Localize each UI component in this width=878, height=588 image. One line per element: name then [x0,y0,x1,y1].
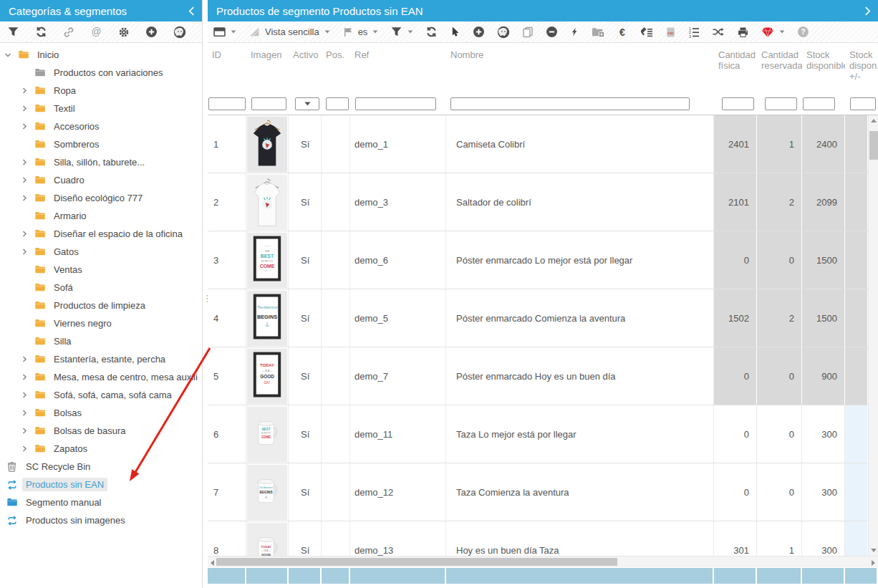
chevron-right-icon[interactable] [20,409,34,418]
filter-active-select[interactable] [295,97,319,110]
cell-ref[interactable]: demo_7 [350,347,446,405]
select-cursor-button[interactable] [450,26,460,37]
add-circle-button[interactable] [473,26,485,38]
vertical-scrollbar[interactable] [868,115,878,556]
chevron-right-icon[interactable] [20,391,34,400]
chevron-down-icon[interactable] [407,30,413,34]
product-row-7[interactable]: 7The AdventureBEGINS⚓Sídemo_12Taza Comie… [208,463,868,521]
splitter-handle-icon[interactable]: ⋮ [203,297,208,301]
tree-item-productos-de-limpieza[interactable]: Productos de limpieza [0,297,202,314]
collapse-panel-icon[interactable] [188,6,195,16]
column-header-image[interactable]: Imagen [246,43,289,93]
duplicate-page-button[interactable] [522,26,534,38]
refresh-icon[interactable] [425,26,438,38]
scroll-right-icon[interactable] [872,560,876,566]
chevron-right-icon[interactable] [20,355,34,364]
product-image[interactable]: BESTIS YET TOCOME [246,405,289,463]
horizontal-scroll-thumb[interactable] [216,558,617,566]
remove-circle-button[interactable] [546,26,558,38]
product-image[interactable] [246,173,289,231]
expand-panel-icon[interactable] [864,6,871,16]
column-header-qty_reserved[interactable]: Cantidad reservada [757,43,802,93]
tree-item-dise-ar-el-espacio-de-la-oficina[interactable]: Diseñar el espacio de la oficina [0,225,202,243]
product-row-6[interactable]: 6BESTIS YET TOCOMESídemo_11Taza Lo mejor… [208,405,868,463]
product-image[interactable]: The AdventureBEGINS⚓ [246,289,289,347]
prestashop-button[interactable] [497,26,510,39]
chevron-right-icon[interactable] [20,122,34,131]
tree-item-sombreros[interactable]: Sombreros [0,135,202,153]
tree-item-silla[interactable]: Silla [0,332,202,350]
csv-export-button[interactable]: CSV [665,26,676,38]
link-icon[interactable] [63,26,74,38]
at-sign-icon[interactable]: @ [90,26,102,38]
chevron-down-icon[interactable] [231,30,236,34]
layout-panel-button[interactable] [213,26,236,38]
help-button[interactable]: ? [797,26,809,38]
select-cursor-icon[interactable] [450,26,460,37]
chevron-right-icon[interactable] [20,194,34,203]
product-image[interactable]: TODAY— IS A —GOOD [246,521,289,556]
refresh-button[interactable] [425,26,438,38]
tree-item-bolsas[interactable]: Bolsas [0,404,202,422]
settings-gear-icon[interactable] [118,26,130,38]
cell-ref[interactable]: demo_1 [350,115,446,173]
chevron-down-icon[interactable] [372,30,378,34]
filter-icon[interactable] [7,26,19,38]
tree-item-inicio[interactable]: Inicio [0,46,202,64]
tree-item-textil[interactable]: Textil [0,100,202,117]
bulk-lightning-icon[interactable] [570,26,579,37]
simple-view-icon[interactable] [249,26,261,38]
chevron-right-icon[interactable] [20,176,34,185]
folder-add-icon[interactable] [592,26,604,38]
cell-active[interactable]: Sí [289,463,322,521]
filter-stock_delta-input[interactable] [850,97,876,110]
product-image[interactable]: * * * * *THEBESTIS YET TOCOME* * * * * [246,231,289,289]
gem-icon[interactable] [761,26,774,38]
tree-item-viernes-negro[interactable]: Viernes negro [0,314,202,332]
scroll-left-icon[interactable] [210,560,214,566]
prestashop-icon[interactable] [497,26,510,39]
csv-export-icon[interactable]: CSV [665,26,676,38]
folder-add-button[interactable] [592,26,604,38]
cell-name[interactable]: Taza Comienza la aventura [446,463,714,521]
duplicate-page-icon[interactable] [522,26,534,38]
shuffle-icon[interactable] [712,26,725,37]
tree-item-bolsas-de-basura[interactable]: Bolsas de basura [0,422,202,440]
filter-image-input[interactable] [251,97,286,110]
chevron-right-icon[interactable] [20,230,34,238]
column-header-active[interactable]: Activo [289,43,322,93]
chevron-right-icon[interactable] [20,105,34,113]
shuffle-button[interactable] [712,26,725,37]
column-header-name[interactable]: Nombre [446,43,714,93]
gem-button[interactable] [761,26,785,38]
cell-ref[interactable]: demo_12 [350,463,446,521]
tree-item-ropa[interactable]: Ropa [0,82,202,100]
cell-name[interactable]: Póster enmarcado Lo mejor está por llega… [446,231,714,289]
tree-item-sof[interactable]: Sofá [0,279,202,297]
product-row-8[interactable]: 8TODAY— IS A —GOODSídemo_13Hoy es un bue… [208,521,868,556]
filter-ref-input[interactable] [355,97,436,110]
filter-icon[interactable] [390,26,402,38]
scroll-up-icon[interactable] [871,118,877,122]
help-icon[interactable]: ? [797,26,809,38]
filter-pos-input[interactable] [326,97,349,110]
cell-name[interactable]: Póster enmarcado Comienza la aventura [446,289,714,347]
tree-item-segmento-manual[interactable]: Segmento manual [0,493,202,511]
product-image[interactable]: TODAY— IS A —GOOD· DAY · [246,347,289,405]
remove-circle-icon[interactable] [546,26,558,38]
tree-item-ventas[interactable]: Ventas [0,261,202,279]
numbered-list-icon[interactable]: 123 [688,26,700,38]
tree-item-mesa-mesa-de-centro-mesa-auxili[interactable]: Mesa, mesa de centro, mesa auxili [0,368,202,386]
print-icon[interactable] [737,26,749,38]
product-row-1[interactable]: 1Sídemo_1Camiseta Colibrí240112400 [208,115,868,173]
tree-item-accesorios[interactable]: Accesorios [0,117,202,135]
chevron-right-icon[interactable] [20,373,34,382]
cell-active[interactable]: Sí [289,521,322,556]
tree-item-silla-sill-n-taburete[interactable]: Silla, sillón, taburete... [0,153,202,171]
add-circle-icon[interactable] [145,26,158,38]
chevron-right-icon[interactable] [20,158,34,167]
cell-name[interactable]: Saltador de colibrí [446,173,714,231]
cell-ref[interactable]: demo_13 [350,521,446,556]
filter-button[interactable] [390,26,413,38]
tree-item-armario[interactable]: Armario [0,207,202,225]
